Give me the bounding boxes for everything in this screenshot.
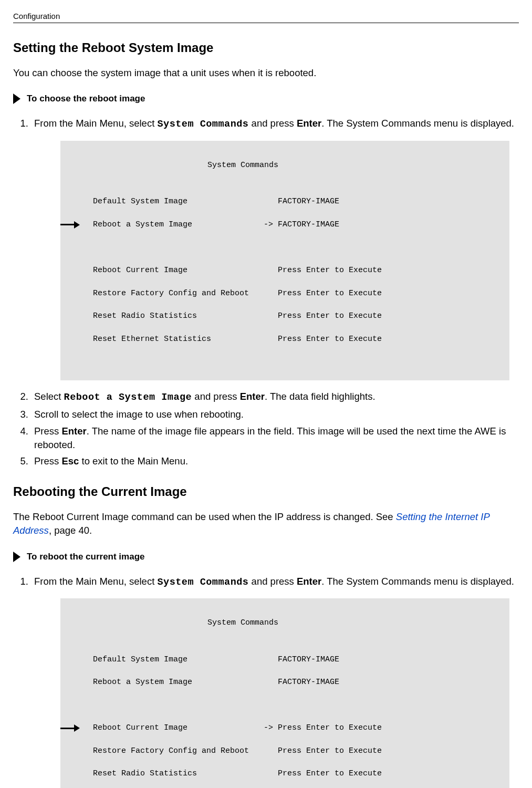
procedure-heading-2: To reboot the current image [13, 551, 519, 563]
key-text: Enter [297, 576, 321, 587]
procedure-arrow-icon [13, 94, 20, 104]
section2-title: Rebooting the Current Image [13, 483, 519, 501]
key-text: Esc [61, 455, 79, 466]
terminal-title: System Commands [71, 160, 499, 171]
procedure-title-2: To reboot the current image [27, 551, 145, 563]
list-item: Scroll to select the image to use when r… [31, 408, 519, 421]
terminal-output-1: System Commands Default System Image FAC… [60, 141, 509, 380]
procedure-heading-1: To choose the reboot image [13, 92, 519, 105]
section1-title: Setting the Reboot System Image [13, 39, 519, 57]
cmd-text: Reboot a System Image [64, 392, 192, 403]
list-item: Select Reboot a System Image and press E… [31, 390, 519, 405]
procedure-arrow-icon [13, 552, 20, 562]
pointer-arrow-icon [60, 724, 81, 732]
section1-intro: You can choose the system image that a u… [13, 66, 519, 80]
terminal-title: System Commands [71, 617, 499, 629]
key-text: Enter [240, 391, 265, 402]
cmd-text: System Commands [157, 119, 248, 130]
procedure-1-list: From the Main Menu, select System Comman… [13, 117, 519, 468]
procedure-title-1: To choose the reboot image [27, 92, 145, 105]
key-text: Enter [61, 426, 86, 437]
procedure-2-list: From the Main Menu, select System Comman… [13, 575, 519, 788]
page-header-section: Configuration [13, 11, 519, 22]
list-item: From the Main Menu, select System Comman… [31, 575, 519, 788]
list-item: Press Enter. The name of the image file … [31, 424, 519, 452]
section2-intro: The Reboot Current Image command can be … [13, 510, 519, 537]
cmd-text: System Commands [157, 577, 248, 588]
pointer-arrow-icon [60, 221, 81, 229]
key-text: Enter [297, 118, 321, 129]
list-item: From the Main Menu, select System Comman… [31, 117, 519, 380]
list-item: Press Esc to exit to the Main Menu. [31, 454, 519, 468]
header-rule [13, 23, 519, 23]
terminal-output-2: System Commands Default System Image FAC… [60, 598, 509, 788]
